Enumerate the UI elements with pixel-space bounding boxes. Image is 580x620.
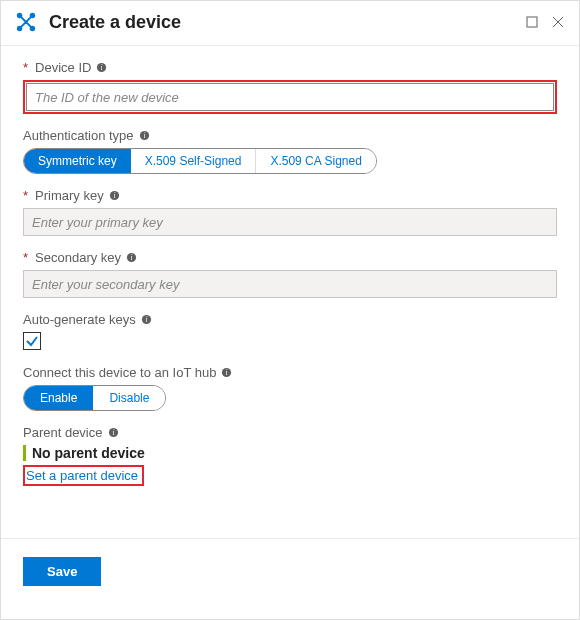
close-icon[interactable] [551, 15, 565, 29]
info-icon[interactable]: i [96, 62, 107, 73]
device-id-label: Device ID [35, 60, 91, 75]
device-id-field: * Device ID i [23, 60, 557, 114]
iothub-disable-option[interactable]: Disable [93, 386, 165, 410]
autogen-field: Auto-generate keys i [23, 312, 557, 351]
save-button[interactable]: Save [23, 557, 101, 586]
svg-text:i: i [112, 428, 114, 437]
auth-type-label: Authentication type [23, 128, 134, 143]
info-icon[interactable]: i [109, 190, 120, 201]
svg-text:i: i [101, 63, 103, 72]
primary-key-field: * Primary key i [23, 188, 557, 236]
device-icon [15, 11, 37, 33]
auth-symmetric-option[interactable]: Symmetric key [24, 149, 131, 173]
parent-none-text: No parent device [32, 445, 557, 461]
svg-text:i: i [131, 253, 133, 262]
parent-device-field: Parent device i No parent device Set a p… [23, 425, 557, 486]
autogen-label: Auto-generate keys [23, 312, 136, 327]
auth-type-field: Authentication type i Symmetric key X.50… [23, 128, 557, 174]
iothub-label: Connect this device to an IoT hub [23, 365, 216, 380]
autogen-checkbox[interactable] [23, 332, 41, 350]
iothub-enable-option[interactable]: Enable [24, 386, 93, 410]
info-icon[interactable]: i [141, 314, 152, 325]
svg-text:i: i [143, 131, 145, 140]
panel-footer: Save [1, 538, 579, 604]
svg-text:i: i [145, 315, 147, 324]
required-marker: * [23, 250, 28, 265]
required-marker: * [23, 188, 28, 203]
auth-selfsigned-option[interactable]: X.509 Self-Signed [131, 149, 256, 173]
panel-header: Create a device [1, 1, 579, 46]
auth-type-selector: Symmetric key X.509 Self-Signed X.509 CA… [23, 148, 377, 174]
auth-casigned-option[interactable]: X.509 CA Signed [255, 149, 375, 173]
parent-label: Parent device [23, 425, 103, 440]
secondary-key-label: Secondary key [35, 250, 121, 265]
secondary-key-field: * Secondary key i [23, 250, 557, 298]
device-id-highlight [23, 80, 557, 114]
parent-status: No parent device [23, 445, 557, 461]
form-content: * Device ID i Authentication type i Symm… [1, 46, 579, 510]
primary-key-input[interactable] [23, 208, 557, 236]
maximize-icon[interactable] [525, 15, 539, 29]
svg-text:i: i [226, 368, 228, 377]
required-marker: * [23, 60, 28, 75]
svg-rect-4 [527, 17, 537, 27]
info-icon[interactable]: i [221, 367, 232, 378]
window-controls [525, 15, 565, 29]
device-id-input[interactable] [26, 83, 554, 111]
info-icon[interactable]: i [108, 427, 119, 438]
info-icon[interactable]: i [139, 130, 150, 141]
secondary-key-input[interactable] [23, 270, 557, 298]
info-icon[interactable]: i [126, 252, 137, 263]
parent-link-highlight: Set a parent device [23, 465, 144, 486]
primary-key-label: Primary key [35, 188, 104, 203]
svg-text:i: i [113, 191, 115, 200]
set-parent-link[interactable]: Set a parent device [26, 468, 138, 483]
iothub-toggle: Enable Disable [23, 385, 166, 411]
iothub-field: Connect this device to an IoT hub i Enab… [23, 365, 557, 411]
panel-title: Create a device [49, 12, 525, 33]
